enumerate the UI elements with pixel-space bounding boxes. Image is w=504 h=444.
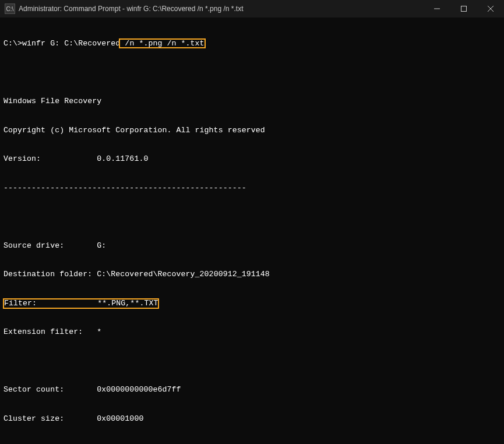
window-title: Administrator: Command Prompt - winfr G:…	[19, 5, 424, 13]
sector-count-line: Sector count: 0x0000000000e6d7ff	[3, 385, 501, 395]
svg-rect-1	[461, 6, 467, 12]
version-line: Version: 0.0.11761.0	[3, 154, 501, 164]
close-button[interactable]	[477, 0, 504, 17]
cluster-size-line: Cluster size: 0x00001000	[3, 414, 501, 424]
titlebar[interactable]: C:\ Administrator: Command Prompt - winf…	[0, 0, 504, 17]
window-controls	[424, 0, 504, 17]
command-line: C:\>winfr G: C:\Recovered /n *.png /n *.…	[3, 39, 501, 49]
maximize-button[interactable]	[450, 0, 477, 17]
terminal-output[interactable]: C:\>winfr G: C:\Recovered /n *.png /n *.…	[0, 17, 504, 444]
source-drive-line: Source drive: G:	[3, 241, 501, 251]
extension-filter-line: Extension filter: *	[3, 327, 501, 337]
blank-line	[3, 68, 501, 78]
copyright-line: Copyright (c) Microsoft Corporation. All…	[3, 126, 501, 136]
close-icon	[488, 6, 494, 12]
filter-line: Filter: **.PNG,**.TXT	[3, 299, 501, 309]
destination-line: Destination folder: C:\Recovered\Recover…	[3, 270, 501, 280]
cmd-window: C:\ Administrator: Command Prompt - winf…	[0, 0, 504, 444]
maximize-icon	[461, 6, 467, 12]
cmd-icon: C:\	[5, 3, 15, 14]
blank-line	[3, 212, 501, 222]
command-highlight-args: /n *.png /n *.txt	[119, 39, 205, 48]
header-line: Windows File Recovery	[3, 97, 501, 107]
blank-line	[3, 357, 501, 367]
separator-line: ----------------------------------------…	[3, 184, 501, 193]
minimize-button[interactable]	[424, 0, 450, 17]
minimize-icon	[434, 6, 440, 12]
prompt-text: C:\>winfr G: C:\Recovered	[3, 39, 120, 48]
filter-highlight: Filter: **.PNG,**.TXT	[3, 299, 158, 309]
